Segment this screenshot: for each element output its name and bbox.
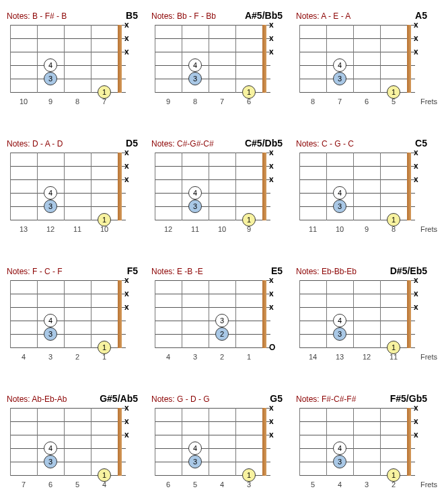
finger-marker: 1 xyxy=(242,85,256,99)
nut xyxy=(407,25,411,93)
mute-marker: x xyxy=(414,417,424,426)
finger-marker: 1 xyxy=(98,341,111,354)
string-line xyxy=(155,179,270,180)
finger-marker: 4 xyxy=(188,186,202,200)
finger-marker: 4 xyxy=(333,314,346,327)
fret-numbers: 14131211 xyxy=(299,353,415,361)
fret-number: 9 xyxy=(155,97,182,106)
chord-diagram: Notes: A - E - AA5xxx4318765Frets xyxy=(296,10,434,111)
fret-number: 11 xyxy=(64,225,91,233)
fretboard: xxx43114131211Frets xyxy=(299,280,420,354)
finger-marker: 4 xyxy=(188,58,202,72)
string-line xyxy=(299,179,415,180)
finger-marker: 3 xyxy=(333,200,346,213)
mute-marker: x xyxy=(269,276,279,285)
fret-numbers: 8765 xyxy=(299,97,415,106)
string-line xyxy=(299,448,415,449)
fret-line xyxy=(380,280,381,348)
finger-marker: 3 xyxy=(333,327,346,341)
chord-header: Notes: G - D - GG5 xyxy=(151,393,289,404)
fret-number: 13 xyxy=(10,225,37,233)
fret-number: 1 xyxy=(91,353,118,361)
finger-marker: 2 xyxy=(215,327,229,341)
string-line xyxy=(10,462,126,462)
string-line xyxy=(155,153,270,153)
chord-name: F#5/Gb5 xyxy=(390,393,427,404)
fret-line xyxy=(64,280,65,348)
fret-line xyxy=(182,153,182,220)
string-line xyxy=(299,52,415,52)
fretboard: xxx431111098Frets xyxy=(299,153,420,226)
string-line xyxy=(299,435,415,435)
chord-notes: Notes: A - E - A xyxy=(296,11,350,21)
finger-marker: 4 xyxy=(188,442,202,455)
fret-number: 10 xyxy=(209,225,235,233)
string-line xyxy=(299,193,415,194)
mute-marker: x xyxy=(269,302,279,312)
chord-header: Notes: B - F# - BB5 xyxy=(7,10,145,21)
mute-marker: x xyxy=(124,20,135,30)
fretboard: xxx4311211109 xyxy=(155,153,276,226)
finger-marker: 3 xyxy=(44,455,57,468)
mute-marker: x xyxy=(269,34,279,43)
string-line xyxy=(10,25,126,26)
mute-marker: x xyxy=(269,161,279,171)
fret-line xyxy=(155,280,155,348)
mute-marker: x xyxy=(414,148,424,157)
fret-number: 11 xyxy=(182,225,209,233)
fret-line xyxy=(182,280,182,348)
chord-diagram: Notes: Bb - F - BbA#5/Bb5xxx4319876 xyxy=(151,10,289,111)
mute-marker: x xyxy=(269,47,279,56)
string-line xyxy=(155,334,270,335)
string-line xyxy=(155,206,270,207)
fret-number: 2 xyxy=(64,353,91,361)
finger-marker: 1 xyxy=(98,468,111,482)
mute-marker: x xyxy=(269,289,279,298)
finger-marker: 1 xyxy=(98,213,111,226)
mute-marker: x xyxy=(414,276,424,285)
fret-line xyxy=(353,25,354,93)
finger-marker: 4 xyxy=(44,186,57,200)
fret-numbers: 111098 xyxy=(299,225,415,233)
fret-number: 13 xyxy=(326,353,353,361)
string-line xyxy=(10,321,126,321)
string-line xyxy=(299,65,415,66)
fret-number: 9 xyxy=(37,97,64,106)
string-line xyxy=(10,206,126,207)
fretboard: xxx4318765Frets xyxy=(299,25,420,99)
string-line xyxy=(155,321,270,321)
fret-line xyxy=(37,153,38,220)
mute-marker: x xyxy=(124,289,135,298)
fretboard: xxxO324321 xyxy=(155,280,276,354)
string-line xyxy=(155,65,270,66)
fret-line xyxy=(326,280,327,348)
chord-notes: Notes: F - C - F xyxy=(7,267,63,276)
fret-line xyxy=(299,25,300,93)
mute-marker: x xyxy=(414,430,424,439)
fret-number: 8 xyxy=(182,97,209,106)
finger-marker: 3 xyxy=(215,314,229,327)
finger-marker: 3 xyxy=(333,455,346,468)
finger-marker: 4 xyxy=(333,58,346,72)
finger-marker: 3 xyxy=(333,72,346,85)
finger-marker: 3 xyxy=(44,200,57,213)
fret-line xyxy=(155,25,155,93)
string-line xyxy=(155,435,270,435)
finger-marker: 4 xyxy=(333,186,346,200)
fret-number: 5 xyxy=(299,480,326,489)
fret-line xyxy=(235,153,236,220)
mute-marker: x xyxy=(414,47,424,56)
chord-name: G5 xyxy=(270,393,283,404)
fret-line xyxy=(91,408,91,476)
mute-marker: x xyxy=(124,34,135,43)
string-line xyxy=(155,408,270,409)
fret-number: 12 xyxy=(37,225,64,233)
fret-line xyxy=(299,408,300,476)
fret-line xyxy=(235,25,236,93)
string-line xyxy=(10,294,126,294)
chord-diagram: Notes: C#-G#-C#C#5/Db5xxx4311211109 xyxy=(151,138,289,239)
mute-marker: x xyxy=(124,403,135,413)
mute-marker: x xyxy=(124,417,135,426)
string-line xyxy=(10,65,126,66)
finger-marker: 3 xyxy=(188,72,202,85)
